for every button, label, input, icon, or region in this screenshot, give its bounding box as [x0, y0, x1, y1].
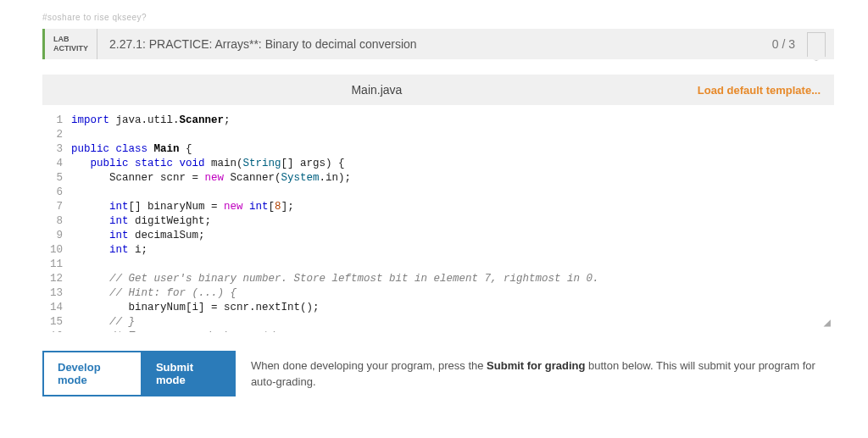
lab-title: 2.27.1: PRACTICE: Arrays**: Binary to de…	[97, 29, 762, 59]
mode-bar: Develop mode Submit mode When done devel…	[42, 351, 834, 396]
code-line[interactable]: 13 // Hint: for (...) {	[42, 286, 834, 301]
line-number: 10	[42, 243, 71, 258]
lab-tag-line2: ACTIVITY	[53, 44, 88, 53]
code-line[interactable]: 15 // }	[42, 315, 834, 330]
code-content[interactable]	[71, 186, 834, 200]
code-line[interactable]: 2	[42, 128, 834, 142]
code-content[interactable]	[71, 128, 834, 142]
load-default-template-link[interactable]: Load default template...	[698, 84, 821, 97]
develop-mode-button[interactable]: Develop mode	[42, 351, 142, 396]
code-line[interactable]: 16 /* Type your code here. */	[42, 330, 834, 332]
mode-description: When done developing your program, press…	[251, 358, 834, 391]
file-name: Main.java	[56, 83, 698, 97]
lab-header: LAB ACTIVITY 2.27.1: PRACTICE: Arrays**:…	[42, 29, 834, 59]
lab-tag-line1: LAB	[53, 35, 88, 44]
code-line[interactable]: 7 int[] binaryNum = new int[8];	[42, 200, 834, 214]
bookmark-icon[interactable]	[807, 32, 826, 56]
mode-desc-pre: When done developing your program, press…	[251, 359, 487, 372]
line-number: 1	[42, 114, 71, 128]
code-line[interactable]: 10 int i;	[42, 243, 834, 258]
line-number: 11	[42, 258, 71, 272]
code-content[interactable]: public class Main {	[71, 142, 834, 157]
code-line[interactable]: 4 public static void main(String[] args)…	[42, 157, 834, 171]
code-content[interactable]: binaryNum[i] = scnr.nextInt();	[71, 301, 834, 315]
line-number: 12	[42, 272, 71, 286]
code-line[interactable]: 5 Scanner scnr = new Scanner(System.in);	[42, 171, 834, 186]
code-content[interactable]: Scanner scnr = new Scanner(System.in);	[71, 171, 834, 186]
code-content[interactable]: int[] binaryNum = new int[8];	[71, 200, 834, 214]
code-line[interactable]: 12 // Get user's binary number. Store le…	[42, 272, 834, 286]
submit-mode-button[interactable]: Submit mode	[142, 351, 236, 396]
code-content[interactable]: int decimalSum;	[71, 229, 834, 243]
code-line[interactable]: 14 binaryNum[i] = scnr.nextInt();	[42, 301, 834, 315]
line-number: 4	[42, 157, 71, 171]
code-content[interactable]: /* Type your code here. */	[71, 330, 834, 332]
code-content[interactable]: int digitWeight;	[71, 214, 834, 229]
line-number: 16	[42, 330, 71, 332]
line-number: 14	[42, 301, 71, 315]
code-line[interactable]: 9 int decimalSum;	[42, 229, 834, 243]
code-content[interactable]: int i;	[71, 243, 834, 258]
code-line[interactable]: 6	[42, 186, 834, 200]
line-number: 8	[42, 214, 71, 229]
code-content[interactable]: import java.util.Scanner;	[71, 114, 834, 128]
line-number: 3	[42, 142, 71, 157]
file-header-bar: Main.java Load default template...	[42, 75, 834, 105]
code-line[interactable]: 1import java.util.Scanner;	[42, 114, 834, 128]
line-number: 2	[42, 128, 71, 142]
lab-activity-tag: LAB ACTIVITY	[45, 29, 97, 59]
code-line[interactable]: 11	[42, 258, 834, 272]
code-content[interactable]: // Get user's binary number. Store leftm…	[71, 272, 834, 286]
line-number: 9	[42, 229, 71, 243]
mode-desc-bold: Submit for grading	[487, 359, 585, 372]
code-editor[interactable]: 1import java.util.Scanner;23public class…	[42, 110, 834, 332]
resize-handle-icon[interactable]: ◢	[824, 316, 831, 330]
code-content[interactable]	[71, 258, 834, 272]
code-line[interactable]: 3public class Main {	[42, 142, 834, 157]
code-content[interactable]: public static void main(String[] args) {	[71, 157, 834, 171]
breadcrumb: #soshare to rise qkseey?	[42, 13, 834, 22]
line-number: 15	[42, 315, 71, 330]
line-number: 13	[42, 286, 71, 301]
lab-score: 0 / 3	[762, 29, 805, 59]
code-content[interactable]: // }	[71, 315, 834, 330]
line-number: 6	[42, 186, 71, 200]
code-content[interactable]: // Hint: for (...) {	[71, 286, 834, 301]
code-line[interactable]: 8 int digitWeight;	[42, 214, 834, 229]
line-number: 5	[42, 171, 71, 186]
line-number: 7	[42, 200, 71, 214]
